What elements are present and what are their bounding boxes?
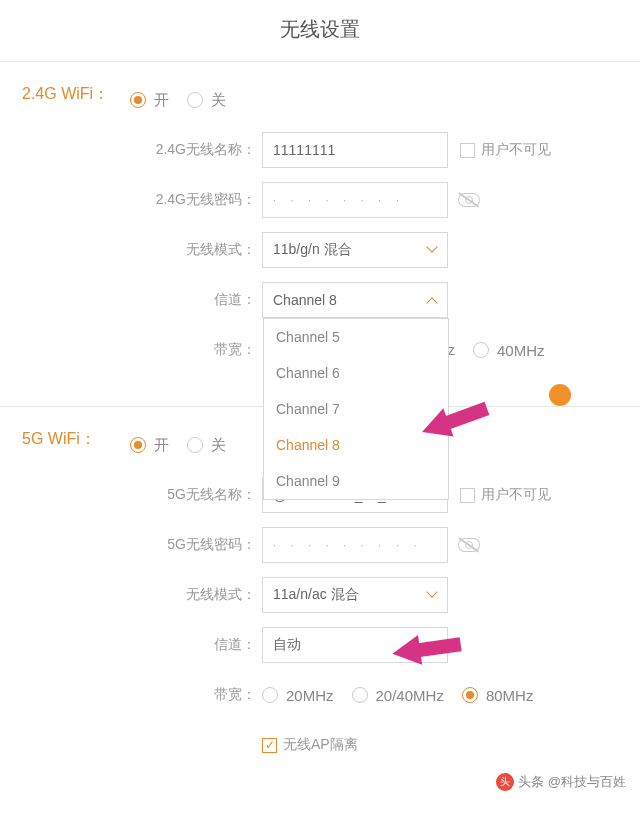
dropdown-item-active[interactable]: Channel 8	[264, 427, 448, 463]
radio-icon	[473, 342, 489, 358]
input-5g-pwd[interactable]: · · · · · · · · ·	[262, 527, 448, 563]
watermark-logo-icon: 头	[496, 773, 514, 791]
radio-24g-bw-40[interactable]: 40MHz	[473, 342, 545, 359]
chevron-down-icon	[427, 245, 437, 255]
radio-5g-on[interactable]: 开	[130, 436, 169, 455]
radio-24g-on[interactable]: 开	[130, 91, 169, 110]
help-icon[interactable]	[549, 384, 571, 406]
radio-icon	[262, 687, 278, 703]
checkbox-icon	[460, 143, 475, 158]
chevron-down-icon	[427, 590, 437, 600]
bandwidth-partial-text: z	[448, 342, 455, 358]
radio-label: 20/40MHz	[376, 687, 444, 704]
radio-label: 开	[154, 91, 169, 110]
radio-24g-off[interactable]: 关	[187, 91, 226, 110]
checkbox-5g-hidden[interactable]: 用户不可见	[460, 486, 551, 504]
radio-label: 80MHz	[486, 687, 534, 704]
radio-label: 关	[211, 91, 226, 110]
page-title: 无线设置	[0, 0, 640, 61]
checkbox-ap-isolation[interactable]: 无线AP隔离	[262, 736, 358, 754]
radio-icon	[352, 687, 368, 703]
annotation-arrow-icon	[390, 624, 465, 673]
label-24g-name: 2.4G无线名称：	[130, 141, 262, 159]
select-24g-channel[interactable]: Channel 8 Channel 5 Channel 6 Channel 7 …	[262, 282, 448, 318]
label-5g-name: 5G无线名称：	[130, 486, 262, 504]
label-24g-channel: 信道：	[130, 291, 262, 309]
radio-5g-bw-2040[interactable]: 20/40MHz	[352, 687, 444, 704]
section-label-24g: 2.4G WiFi：	[0, 82, 130, 382]
radio-icon	[187, 437, 203, 453]
checkbox-label: 用户不可见	[481, 141, 551, 159]
section-label-5g: 5G WiFi：	[0, 427, 130, 777]
radio-label: 开	[154, 436, 169, 455]
eye-slash-icon[interactable]	[458, 192, 480, 208]
checkbox-icon	[262, 738, 277, 753]
dropdown-item[interactable]: Channel 6	[264, 355, 448, 391]
checkbox-label: 用户不可见	[481, 486, 551, 504]
radio-label: 关	[211, 436, 226, 455]
label-24g-mode: 无线模式：	[130, 241, 262, 259]
radio-5g-bw-80[interactable]: 80MHz	[462, 687, 534, 704]
label-5g-pwd: 5G无线密码：	[130, 536, 262, 554]
checkbox-label: 无线AP隔离	[283, 736, 358, 754]
checkbox-24g-hidden[interactable]: 用户不可见	[460, 141, 551, 159]
radio-icon	[130, 437, 146, 453]
dropdown-item[interactable]: Channel 9	[264, 463, 448, 499]
input-24g-pwd[interactable]: · · · · · · · ·	[262, 182, 448, 218]
radio-5g-off[interactable]: 关	[187, 436, 226, 455]
watermark: 头 头条 @科技与百姓	[496, 773, 626, 791]
chevron-up-icon	[427, 295, 437, 305]
select-24g-mode[interactable]: 11b/g/n 混合	[262, 232, 448, 268]
radio-icon	[130, 92, 146, 108]
radio-label: 20MHz	[286, 687, 334, 704]
radio-icon	[462, 687, 478, 703]
label-24g-pwd: 2.4G无线密码：	[130, 191, 262, 209]
radio-icon	[187, 92, 203, 108]
label-5g-channel: 信道：	[130, 636, 262, 654]
section-24g: 2.4G WiFi： 开 关 2.4G无线名称： 11111111 用户不可见	[0, 62, 640, 406]
dropdown-24g-channel: Channel 5 Channel 6 Channel 7 Channel 8 …	[263, 318, 449, 500]
radio-5g-bw-20[interactable]: 20MHz	[262, 687, 334, 704]
dropdown-item[interactable]: Channel 5	[264, 319, 448, 355]
checkbox-icon	[460, 488, 475, 503]
label-5g-mode: 无线模式：	[130, 586, 262, 604]
label-24g-bandwidth: 带宽：	[130, 341, 262, 359]
label-5g-bandwidth: 带宽：	[130, 686, 262, 704]
input-24g-name[interactable]: 11111111	[262, 132, 448, 168]
eye-slash-icon[interactable]	[458, 537, 480, 553]
radio-label: 40MHz	[497, 342, 545, 359]
select-5g-mode[interactable]: 11a/n/ac 混合	[262, 577, 448, 613]
